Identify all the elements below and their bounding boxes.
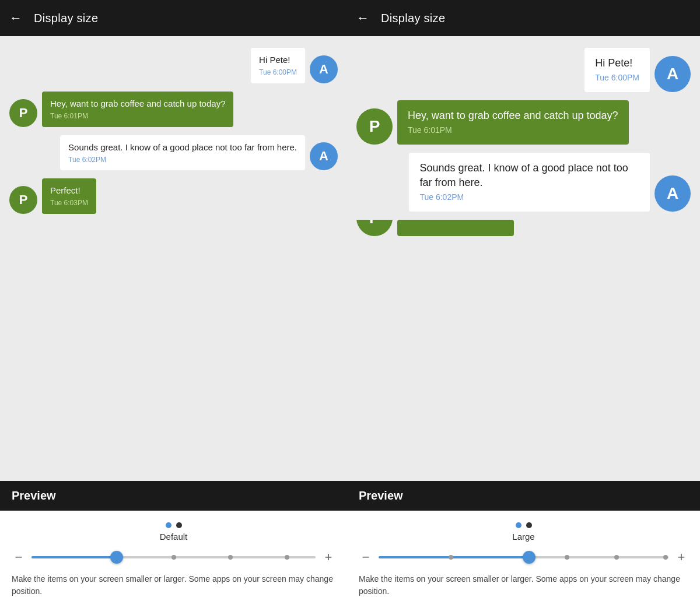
message-text: Hey, want to grab coffee and catch up to… [408, 108, 618, 123]
right-slider-row: − + [359, 550, 688, 565]
right-decrease-button[interactable]: − [359, 550, 373, 565]
right-size-label: Large [359, 532, 688, 542]
avatar: A [310, 142, 338, 170]
left-dots-indicator [12, 522, 335, 528]
left-chat-area: Hi Pete! Tue 6:00PM A P Hey, want to gra… [0, 36, 347, 481]
table-row: Sounds great. I know of a good place not… [9, 135, 338, 171]
right-chat-area: Hi Pete! Tue 6:00PM A P Hey, want to gra… [347, 36, 700, 481]
message-bubble: Perfect! Tue 6:03PM [42, 178, 96, 214]
right-slider-track[interactable] [379, 556, 668, 558]
left-size-label: Default [12, 532, 335, 542]
message-time: Tue 6:02PM [419, 192, 639, 203]
dot-inactive [526, 522, 532, 528]
table-row: P Hey, want to grab coffee and catch up … [9, 92, 338, 127]
left-header: ← Display size [0, 0, 347, 36]
avatar: A [654, 56, 691, 92]
message-bubble: Sounds great. I know of a good place not… [409, 153, 650, 212]
dot-inactive [176, 522, 182, 528]
left-slider-section: Default − + Make the items on your scree… [0, 511, 347, 608]
dot-active [516, 522, 522, 528]
partial-bubble [397, 220, 514, 236]
message-time: Tue 6:00PM [595, 72, 639, 84]
left-decrease-button[interactable]: − [12, 550, 26, 565]
message-text: Hey, want to grab coffee and catch up to… [50, 97, 225, 110]
right-increase-button[interactable]: + [674, 550, 688, 565]
preview-label: Preview [12, 489, 56, 502]
right-slider-tick [565, 555, 569, 560]
dot-active [166, 522, 172, 528]
right-back-button[interactable]: ← [356, 10, 369, 26]
right-header: ← Display size [347, 0, 700, 36]
avatar: A [310, 55, 338, 83]
preview-label: Preview [359, 489, 403, 502]
right-slider-fill [379, 556, 529, 558]
left-slider-tick [285, 555, 289, 560]
message-text: Sounds great. I know of a good place not… [419, 161, 639, 190]
right-slider-thumb[interactable] [523, 551, 536, 564]
right-header-title: Display size [381, 12, 445, 25]
right-slider-tick [614, 555, 619, 560]
table-row: Hi Pete! Tue 6:00PM A [356, 48, 691, 92]
left-header-title: Display size [34, 12, 98, 25]
avatar: P [9, 186, 37, 214]
right-description: Make the items on your screen smaller or… [359, 573, 688, 598]
left-slider-thumb[interactable] [110, 551, 123, 564]
table-row: Hi Pete! Tue 6:00PM A [9, 48, 338, 83]
message-time: Tue 6:00PM [259, 68, 297, 78]
avatar: A [654, 175, 691, 212]
message-text: Hi Pete! [259, 54, 297, 66]
left-preview-header: Preview [0, 481, 347, 511]
message-time: Tue 6:03PM [50, 198, 88, 208]
message-time: Tue 6:01PM [408, 125, 618, 136]
left-slider-fill [32, 556, 117, 558]
right-dots-indicator [359, 522, 688, 528]
message-time: Tue 6:02PM [68, 155, 297, 165]
left-slider-tick [228, 555, 233, 560]
left-slider-row: − + [12, 550, 335, 565]
message-bubble: Hey, want to grab coffee and catch up to… [42, 92, 233, 127]
left-back-button[interactable]: ← [9, 10, 22, 26]
right-preview-header: Preview [347, 481, 700, 511]
table-row: Sounds great. I know of a good place not… [356, 153, 691, 212]
right-slider-tick [663, 555, 668, 560]
left-slider-track[interactable] [32, 556, 316, 558]
table-row: P Perfect! Tue 6:03PM [9, 178, 338, 214]
right-slider-section: Large − + Make the items on your screen … [347, 511, 700, 608]
message-bubble: Hi Pete! Tue 6:00PM [584, 48, 650, 92]
message-text: Sounds great. I know of a good place not… [68, 141, 297, 153]
right-panel: ← Display size Hi Pete! Tue 6:00PM A P H… [347, 0, 700, 608]
message-text: Perfect! [50, 184, 88, 196]
right-slider-tick [449, 555, 453, 560]
message-bubble: Hi Pete! Tue 6:00PM [251, 48, 305, 83]
left-slider-tick [172, 555, 176, 560]
left-panel: ← Display size Hi Pete! Tue 6:00PM A P H… [0, 0, 347, 608]
left-increase-button[interactable]: + [321, 550, 335, 565]
message-text: Hi Pete! [595, 56, 639, 71]
message-bubble: Hey, want to grab coffee and catch up to… [397, 100, 629, 145]
avatar: P [356, 108, 393, 145]
left-description: Make the items on your screen smaller or… [12, 573, 335, 598]
table-row: P Hey, want to grab coffee and catch up … [356, 100, 691, 145]
avatar: P [9, 99, 37, 127]
avatar: P [356, 220, 393, 236]
partial-message-row: P [356, 220, 691, 236]
message-bubble: Sounds great. I know of a good place not… [60, 135, 305, 171]
message-time: Tue 6:01PM [50, 111, 225, 121]
